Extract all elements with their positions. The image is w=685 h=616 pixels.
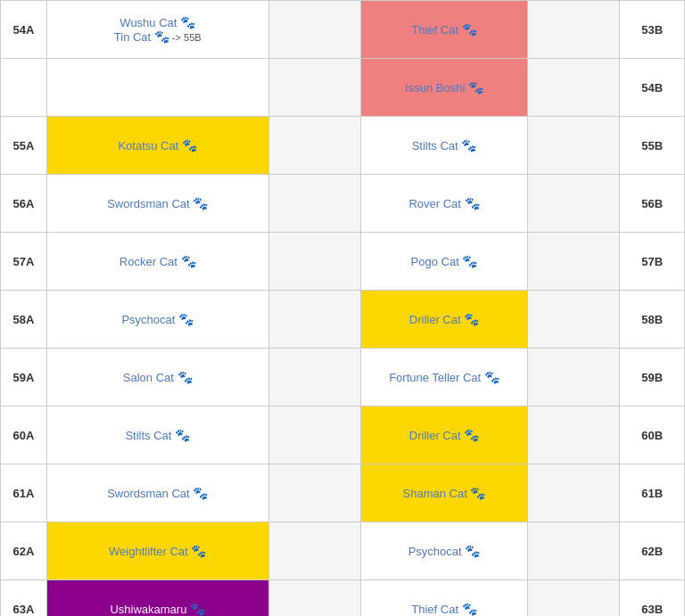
gap-right	[527, 291, 620, 349]
cell-a: Swordsman Cat 🐾	[46, 175, 268, 233]
row-label-b: 58B	[620, 291, 685, 349]
row-label-a: 58A	[1, 291, 47, 349]
row-label-a	[1, 59, 47, 117]
gap-right	[527, 175, 620, 233]
gap-right	[527, 407, 620, 464]
cell-a: Swordsman Cat 🐾	[46, 464, 268, 522]
cat-name: Fortune Teller Cat 🐾	[389, 371, 499, 384]
gap-left	[268, 1, 361, 59]
cat-name: Wushu Cat 🐾	[120, 16, 195, 29]
cell-a: Salon Cat 🐾	[46, 349, 268, 407]
cell-a: Stilts Cat 🐾	[46, 407, 268, 464]
gap-right	[527, 117, 620, 175]
cell-b: Rover Cat 🐾	[361, 175, 528, 233]
arrow-text: -> 55B	[169, 32, 202, 43]
cell-b: Driller Cat 🐾	[361, 407, 528, 464]
cat-name: Salon Cat 🐾	[123, 371, 193, 384]
cell-b: Stilts Cat 🐾	[361, 117, 528, 175]
row-label-a: 59A	[1, 349, 47, 407]
row-label-b: 59B	[620, 349, 685, 407]
row-label-a: 62A	[1, 522, 47, 580]
cat-name: Issun Boshi 🐾	[405, 81, 483, 94]
gap-left	[268, 117, 361, 175]
cat-name: Rover Cat 🐾	[409, 197, 479, 210]
cat-name: Stilts Cat 🐾	[125, 429, 190, 442]
cat-name: Tin Cat 🐾	[114, 30, 169, 44]
gap-left	[268, 59, 361, 117]
row-label-a: 61A	[1, 464, 47, 522]
cell-a: Rocker Cat 🐾	[46, 233, 268, 291]
cell-b: Issun Boshi 🐾	[361, 59, 528, 117]
row-label-b: 63B	[620, 580, 685, 617]
cell-a	[46, 59, 268, 117]
gap-left	[268, 407, 361, 464]
row-label-a: 54A	[1, 1, 47, 59]
row-label-a: 63A	[1, 580, 47, 617]
gap-right	[527, 233, 620, 291]
cat-name: Driller Cat 🐾	[409, 313, 479, 326]
gap-left	[268, 233, 361, 291]
row-label-a: 56A	[1, 175, 47, 233]
gap-left	[268, 522, 361, 580]
row-label-b: 55B	[620, 117, 685, 175]
gap-left	[268, 464, 361, 522]
cell-a: Wushu Cat 🐾Tin Cat 🐾 -> 55B	[46, 1, 268, 59]
gap-right	[527, 59, 620, 117]
cat-name: Rocker Cat 🐾	[120, 255, 196, 268]
row-label-b: 53B	[620, 1, 685, 59]
schedule-table: 54AWushu Cat 🐾Tin Cat 🐾 -> 55BThief Cat …	[0, 0, 685, 616]
cell-b: Driller Cat 🐾	[361, 291, 528, 349]
cell-a: Weightlifter Cat 🐾	[46, 522, 268, 580]
gap-left	[268, 291, 361, 349]
cell-b: Fortune Teller Cat 🐾	[361, 349, 528, 407]
cell-a: Ushiwakamaru 🐾	[46, 580, 268, 617]
row-label-b: 56B	[620, 175, 685, 233]
row-label-b: 61B	[620, 464, 685, 522]
gap-right	[527, 1, 620, 59]
gap-right	[527, 349, 620, 407]
row-label-b: 60B	[620, 407, 685, 464]
row-label-b: 57B	[620, 233, 685, 291]
cat-name: Stilts Cat 🐾	[412, 139, 477, 152]
cat-name: Shaman Cat 🐾	[403, 487, 486, 500]
gap-left	[268, 175, 361, 233]
cat-name: Thief Cat 🐾	[411, 603, 476, 616]
gap-left	[268, 580, 361, 617]
row-label-a: 57A	[1, 233, 47, 291]
cell-b: Thief Cat 🐾	[361, 580, 528, 617]
gap-left	[268, 349, 361, 407]
cat-name: Thief Cat 🐾	[411, 23, 476, 37]
cat-name: Kotatsu Cat 🐾	[118, 139, 197, 152]
cat-name: Psychocat 🐾	[121, 313, 194, 326]
cell-b: Thief Cat 🐾	[361, 1, 528, 59]
cat-name: Pogo Cat 🐾	[411, 255, 478, 268]
cat-name: Swordsman Cat 🐾	[107, 197, 208, 210]
cell-a: Kotatsu Cat 🐾	[46, 117, 268, 175]
cell-b: Pogo Cat 🐾	[361, 233, 528, 291]
cat-name: Weightlifter Cat 🐾	[109, 545, 206, 558]
row-label-a: 55A	[1, 117, 47, 175]
cell-b: Psychocat 🐾	[361, 522, 528, 580]
cat-name: Driller Cat 🐾	[409, 429, 479, 442]
gap-right	[527, 580, 620, 617]
cat-name: Psychocat 🐾	[409, 545, 481, 558]
gap-right	[527, 522, 620, 580]
cat-name: Swordsman Cat 🐾	[107, 487, 208, 500]
row-label-a: 60A	[1, 407, 47, 464]
gap-right	[527, 464, 620, 522]
cat-name: Ushiwakamaru 🐾	[110, 603, 205, 616]
row-label-b: 54B	[620, 59, 685, 117]
cell-b: Shaman Cat 🐾	[361, 464, 528, 522]
cell-a: Psychocat 🐾	[46, 291, 268, 349]
row-label-b: 62B	[620, 522, 685, 580]
